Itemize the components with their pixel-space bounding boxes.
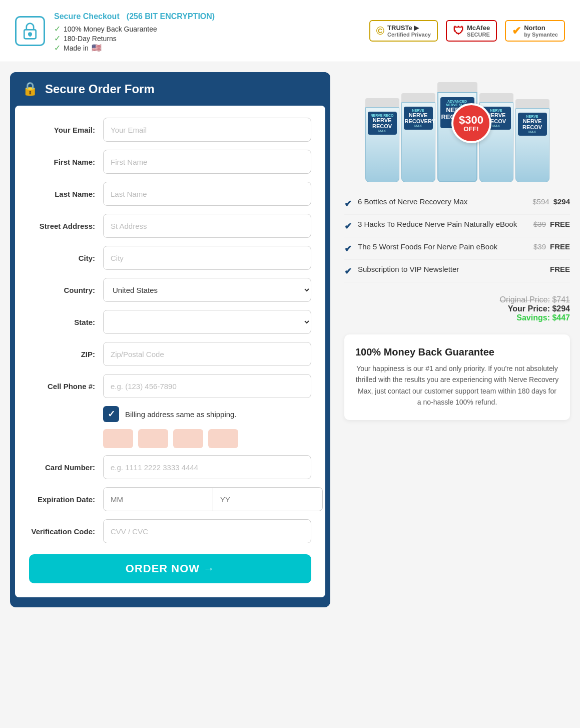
- page-title: Secure Checkout (256 BIT ENCRYPTION): [54, 9, 215, 22]
- email-row: Your Email:: [29, 118, 311, 142]
- phone-row: Cell Phone #:: [29, 374, 311, 398]
- header-left: Secure Checkout (256 BIT ENCRYPTION) ✓ 1…: [15, 9, 215, 53]
- cvv-row: Verification Code:: [29, 519, 311, 543]
- state-select[interactable]: Alabama Alaska Arizona California Florid…: [103, 310, 311, 334]
- phone-label: Cell Phone #:: [29, 382, 103, 391]
- first-name-row: First Name:: [29, 150, 311, 174]
- savings: Savings: $447: [344, 313, 570, 322]
- card-icon-2: [138, 429, 168, 448]
- cvv-label: Verification Code:: [29, 527, 103, 536]
- cvv-input[interactable]: [103, 519, 311, 543]
- last-name-row: Last Name:: [29, 182, 311, 206]
- card-icon-3: [173, 429, 203, 448]
- country-row: Country: United States Canada United Kin…: [29, 278, 311, 302]
- svg-point-1: [29, 33, 31, 35]
- card-icons-row: [103, 429, 311, 448]
- form-panel: 🔒 Secure Order Form Your Email: First Na…: [10, 72, 330, 607]
- feature-check-3: ✔: [344, 243, 352, 254]
- email-label: Your Email:: [29, 126, 103, 134]
- street-row: Street Address:: [29, 214, 311, 238]
- order-btn-wrap: ORDER NOW →: [29, 554, 311, 583]
- price-summary: Original Price: $741 Your Price: $294 Sa…: [344, 290, 570, 322]
- flag-icon: 🇺🇸: [92, 43, 102, 53]
- expiration-label: Expiration Date:: [29, 495, 103, 504]
- billing-check-icon: ✓: [108, 409, 115, 420]
- card-number-label: Card Number:: [29, 463, 103, 472]
- zip-input[interactable]: [103, 342, 311, 366]
- last-name-label: Last Name:: [29, 190, 103, 198]
- truste-icon: ©: [376, 25, 384, 38]
- expiration-month-input[interactable]: [103, 487, 213, 511]
- city-row: City:: [29, 246, 311, 270]
- form-lock-icon: 🔒: [22, 81, 38, 97]
- feature-check-1: ✔: [344, 198, 352, 209]
- phone-input[interactable]: [103, 374, 311, 398]
- feature-item-3: ✔ The 5 Worst Foods For Nerve Pain eBook…: [344, 237, 570, 260]
- zip-row: ZIP:: [29, 342, 311, 366]
- card-icon-4: [208, 429, 238, 448]
- country-label: Country:: [29, 286, 103, 294]
- mcafee-badge: 🛡 McAfee SECURE: [446, 20, 497, 42]
- billing-label: Billing address same as shipping.: [125, 410, 237, 419]
- feature-check-4: ✔: [344, 266, 352, 277]
- guarantee-title: 100% Money Back Guarantee: [355, 346, 559, 358]
- lock-icon-wrap: [15, 16, 45, 46]
- main-content: 🔒 Secure Order Form Your Email: First Na…: [0, 62, 580, 617]
- card-icon-1: [103, 429, 133, 448]
- top-bar: Secure Checkout (256 BIT ENCRYPTION) ✓ 1…: [0, 0, 580, 62]
- check-icon-1: ✓: [54, 24, 61, 34]
- header-bullets: ✓ 100% Money Back Guarantee ✓ 180-Day Re…: [54, 24, 215, 53]
- form-header: 🔒 Secure Order Form: [10, 72, 330, 106]
- discount-badge: $300 OFF!: [451, 103, 491, 143]
- header-text: Secure Checkout (256 BIT ENCRYPTION) ✓ 1…: [54, 9, 215, 53]
- mcafee-icon: 🛡: [453, 25, 464, 38]
- guarantee-text: Your happiness is our #1 and only priori…: [355, 363, 559, 408]
- check-icon-2: ✓: [54, 34, 61, 43]
- state-label: State:: [29, 318, 103, 326]
- card-number-input[interactable]: [103, 455, 311, 479]
- form-body: Your Email: First Name: Last Name: Stree…: [15, 106, 325, 597]
- trust-badges: © TRUSTe ▶ Certified Privacy 🛡 McAfee SE…: [369, 20, 565, 42]
- state-row: State: Alabama Alaska Arizona California…: [29, 310, 311, 334]
- city-label: City:: [29, 254, 103, 262]
- street-label: Street Address:: [29, 222, 103, 230]
- first-name-label: First Name:: [29, 158, 103, 166]
- billing-row: ✓ Billing address same as shipping.: [103, 406, 311, 422]
- original-price: Original Price: $741: [344, 295, 570, 304]
- zip-label: ZIP:: [29, 350, 103, 358]
- expiration-year-input[interactable]: [213, 487, 323, 511]
- order-now-button[interactable]: ORDER NOW →: [29, 554, 311, 583]
- form-title: Secure Order Form: [45, 82, 155, 96]
- feature-item-4: ✔ Subscription to VIP Newsletter FREE: [344, 260, 570, 282]
- street-input[interactable]: [103, 214, 311, 238]
- truste-badge: © TRUSTe ▶ Certified Privacy: [369, 20, 438, 42]
- your-price: Your Price: $294: [344, 304, 570, 313]
- feature-item-2: ✔ 3 Hacks To Reduce Nerve Pain Naturally…: [344, 215, 570, 237]
- check-icon-3: ✓: [54, 43, 61, 53]
- expiration-row: Expiration Date:: [29, 487, 311, 511]
- country-select[interactable]: United States Canada United Kingdom Aust…: [103, 278, 311, 302]
- billing-checkbox[interactable]: ✓: [103, 406, 119, 422]
- lock-icon: [21, 22, 39, 40]
- card-number-row: Card Number:: [29, 455, 311, 479]
- email-input[interactable]: [103, 118, 311, 142]
- norton-icon: ✔: [512, 25, 521, 38]
- last-name-input[interactable]: [103, 182, 311, 206]
- feature-check-2: ✔: [344, 221, 352, 232]
- product-image-area: NERVE RECO NERVERECOV MAX NERVE NERVEREC…: [344, 72, 570, 182]
- city-input[interactable]: [103, 246, 311, 270]
- right-panel: NERVE RECO NERVERECOV MAX NERVE NERVEREC…: [330, 72, 570, 420]
- norton-badge: ✔ Norton by Symantec: [505, 20, 565, 42]
- feature-item-1: ✔ 6 Bottles of Nerve Recovery Max $594 $…: [344, 192, 570, 215]
- expiration-inputs: [103, 487, 323, 511]
- first-name-input[interactable]: [103, 150, 311, 174]
- features-list: ✔ 6 Bottles of Nerve Recovery Max $594 $…: [344, 192, 570, 282]
- bottle-group: NERVE RECO NERVERECOV MAX NERVE NERVEREC…: [365, 82, 549, 182]
- guarantee-box: 100% Money Back Guarantee Your happiness…: [344, 334, 570, 420]
